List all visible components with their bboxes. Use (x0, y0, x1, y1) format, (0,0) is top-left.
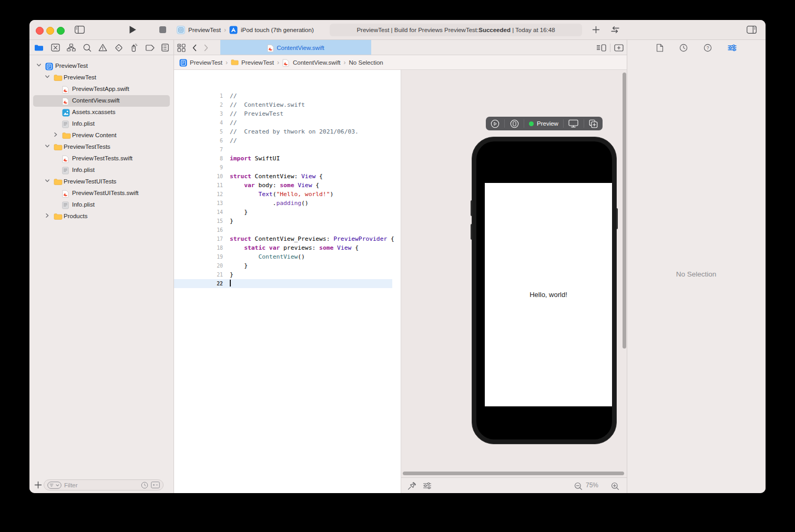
external-display-button[interactable] (568, 119, 578, 128)
minimize-window-button[interactable] (46, 27, 54, 35)
preview-content-view[interactable]: Hello, world! (485, 183, 612, 406)
code-review-button[interactable] (610, 26, 620, 34)
navigator-row-previewtest[interactable]: PreviewTest (29, 72, 174, 84)
duplicate-preview-button[interactable] (589, 119, 598, 128)
stop-button[interactable] (159, 26, 166, 33)
history-inspector-icon[interactable] (679, 44, 688, 52)
symbols-icon[interactable] (67, 44, 76, 52)
pin-preview-button[interactable] (407, 482, 416, 491)
code-line-22[interactable]: 22 (174, 279, 392, 288)
code-line-4[interactable]: 4// (174, 118, 392, 127)
add-file-button[interactable] (34, 481, 42, 489)
code-text: // Created by thwork on 2021/06/03. (230, 127, 359, 136)
code-line-12[interactable]: 12 Text("Hello, world!") (174, 190, 392, 199)
canvas-settings-button[interactable] (423, 482, 432, 489)
debug-icon[interactable] (130, 44, 138, 52)
library-plus-button[interactable] (592, 26, 600, 34)
navigator-row-previewtestuitests[interactable]: PreviewTestUITests (29, 176, 174, 188)
navigator-row-contentview-swift[interactable]: ContentView.swift (29, 95, 174, 107)
reports-icon[interactable] (161, 44, 169, 52)
navigator-row-info-plist[interactable]: Info.plist (29, 199, 174, 211)
scheme-project-label: PreviewTest (188, 27, 221, 33)
navigator-row-info-plist[interactable]: Info.plist (29, 118, 174, 130)
close-window-button[interactable] (36, 27, 44, 35)
code-line-21[interactable]: 21} (174, 270, 392, 279)
navigator-row-previewtesttests[interactable]: PreviewTestTests (29, 141, 174, 153)
forward-button[interactable] (203, 44, 209, 52)
code-line-9[interactable]: 9 (174, 163, 392, 172)
code-line-7[interactable]: 7 (174, 145, 392, 154)
disclosure-open-icon[interactable] (45, 74, 51, 81)
zoom-in-button[interactable] (611, 482, 619, 490)
back-button[interactable] (192, 44, 197, 52)
navigator-row-previewtestapp-swift[interactable]: PreviewTestApp.swift (29, 84, 174, 95)
code-line-11[interactable]: 11 var body: some View { (174, 181, 392, 190)
navigator-row-assets-xcassets[interactable]: Assets.xcassets (29, 107, 174, 118)
navigator-row-previewtest[interactable]: PreviewTest (29, 60, 174, 72)
issues-icon[interactable] (98, 44, 107, 52)
file-label: PreviewTestUITests (64, 178, 116, 185)
disclosure-closed-icon[interactable] (45, 213, 51, 220)
canvas-horizontal-scrollbar[interactable] (403, 472, 624, 475)
navigator-row-previewtesttests-swift[interactable]: PreviewTestTests.swift (29, 153, 174, 165)
code-line-3[interactable]: 3// PreviewTest (174, 109, 392, 118)
filter-field[interactable]: Filter (44, 479, 164, 490)
code-line-18[interactable]: 18 static var previews: some View { (174, 243, 392, 252)
code-line-16[interactable]: 16 (174, 226, 392, 234)
code-line-6[interactable]: 6// (174, 136, 392, 145)
file-inspector-icon[interactable] (656, 44, 664, 52)
code-line-17[interactable]: 17struct ContentView_Previews: PreviewPr… (174, 234, 392, 243)
toggle-navigator-icon[interactable] (75, 26, 85, 34)
navigator-row-previewtestuitests-swift[interactable]: PreviewTestUITests.swift (29, 188, 174, 199)
find-icon[interactable] (83, 44, 91, 52)
live-preview-button[interactable] (491, 119, 500, 128)
disclosure-open-icon[interactable] (45, 144, 51, 151)
breadcrumb-item[interactable]: ContentView.swift (293, 59, 341, 66)
disclosure-closed-icon[interactable] (53, 132, 59, 139)
tab-overview-icon[interactable] (177, 44, 186, 52)
disclosure-open-icon[interactable] (36, 63, 43, 70)
canvas-vertical-scrollbar[interactable] (623, 73, 626, 349)
navigator-row-preview-content[interactable]: Preview Content (29, 130, 174, 141)
code-line-1[interactable]: 1// (174, 91, 392, 100)
scope-filter-icon[interactable] (151, 482, 160, 488)
code-line-19[interactable]: 19 ContentView() (174, 252, 392, 261)
add-editor-icon[interactable] (614, 44, 624, 52)
breadcrumb-item[interactable]: PreviewTest (241, 59, 274, 66)
help-inspector-icon[interactable]: ? (704, 44, 712, 52)
run-button[interactable] (129, 25, 137, 34)
line-number: 16 (174, 226, 223, 234)
tests-icon[interactable] (115, 44, 123, 52)
zoom-out-button[interactable] (574, 482, 583, 490)
source-control-icon[interactable] (51, 44, 60, 52)
code-line-8[interactable]: 8import SwiftUI (174, 154, 392, 163)
breakpoints-icon[interactable] (146, 45, 155, 51)
preview-on-device-button[interactable] (510, 119, 519, 128)
code-line-10[interactable]: 10struct ContentView: View { (174, 172, 392, 181)
swift-icon (62, 86, 70, 94)
code-line-15[interactable]: 15} (174, 217, 392, 226)
code-line-5[interactable]: 5// Created by thwork on 2021/06/03. (174, 127, 392, 136)
breadcrumb-item[interactable]: No Selection (349, 59, 383, 66)
navigator-row-products[interactable]: Products (29, 211, 174, 222)
code-line-20[interactable]: 20 } (174, 261, 392, 270)
tab-contentview-swift[interactable]: ContentView.swift (220, 40, 371, 55)
toggle-inspector-icon[interactable] (747, 26, 757, 34)
navigator-row-info-plist[interactable]: Info.plist (29, 165, 174, 176)
project-navigator-icon[interactable] (34, 44, 44, 52)
line-number: 3 (174, 109, 223, 118)
breadcrumb-separator: › (277, 59, 279, 66)
code-line-14[interactable]: 14 } (174, 208, 392, 217)
editor-options-icon[interactable] (596, 44, 606, 52)
code-text: .padding() (230, 199, 309, 208)
maximize-window-button[interactable] (57, 27, 65, 35)
recent-filter-icon[interactable] (141, 482, 148, 489)
breadcrumb-item[interactable]: PreviewTest (190, 59, 222, 66)
jump-bar[interactable]: PreviewTest›PreviewTest›ContentView.swif… (174, 55, 627, 70)
code-line-13[interactable]: 13 .padding() (174, 199, 392, 208)
disclosure-open-icon[interactable] (45, 178, 51, 186)
scheme-selector[interactable]: PreviewTest › iPod touch (7th generation… (177, 20, 314, 40)
source-editor[interactable]: 1//2// ContentView.swift3// PreviewTest4… (174, 70, 401, 493)
attributes-inspector-icon[interactable] (728, 44, 737, 52)
code-line-2[interactable]: 2// ContentView.swift (174, 100, 392, 109)
